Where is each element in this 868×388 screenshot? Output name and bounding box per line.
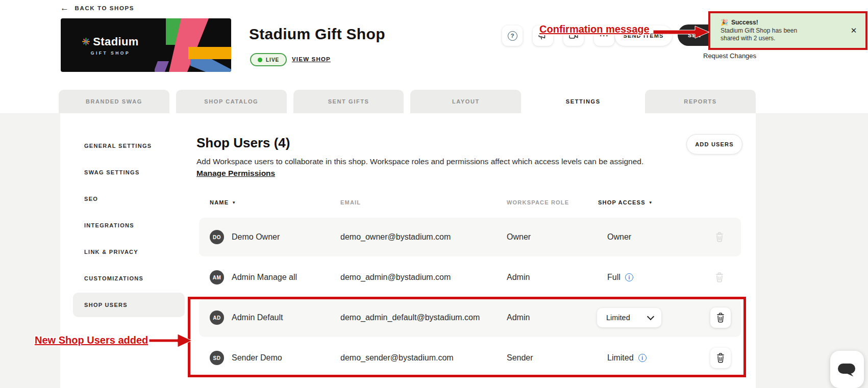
stadium-asterisk-icon: [82, 38, 90, 45]
user-name: Admin Manage all: [232, 258, 297, 297]
shop-access: Owner: [607, 218, 631, 256]
toast-message-line2: shared with 2 users.: [721, 35, 846, 42]
shop-settings-page: ← BACK TO SHOPS Stadium GIFT SHOP Stad: [0, 0, 868, 388]
column-header-name[interactable]: NAME ▼: [210, 199, 236, 205]
page-title: Stadium Gift Shop: [249, 25, 385, 43]
logo-brand-text: Stadium: [93, 35, 139, 48]
workspace-role: Owner: [507, 218, 531, 256]
tab-sent-gifts[interactable]: SENT GIFTS: [293, 90, 404, 113]
back-to-shops-label: BACK TO SHOPS: [75, 5, 134, 11]
trash-icon-disabled: [715, 272, 724, 282]
sidebar-item-customizations[interactable]: CUSTOMIZATIONS: [73, 266, 185, 291]
help-icon: ?: [508, 31, 517, 41]
user-email: demo_owner@bystadium.com: [340, 218, 451, 256]
shop-tabs: BRANDED SWAG SHOP CATALOG SENT GIFTS LAY…: [59, 90, 756, 113]
sidebar-item-general-settings[interactable]: GENERAL SETTINGS: [73, 134, 185, 158]
user-email: demo_admin@bystadium.com: [340, 258, 451, 297]
live-label: LIVE: [266, 57, 279, 63]
party-popper-icon: 🎉: [721, 19, 728, 26]
chat-launcher-button[interactable]: [830, 351, 864, 388]
tab-layout[interactable]: LAYOUT: [410, 90, 521, 113]
toast-message-line1: Stadium Gift Shop has been: [721, 27, 846, 35]
trash-icon-disabled: [715, 232, 724, 242]
tab-branded-swag[interactable]: BRANDED SWAG: [59, 90, 169, 113]
table-row-demo-owner: DO Demo Owner demo_owner@bystadium.com O…: [199, 218, 741, 256]
annotation-new-users-label: New Shop Users added: [35, 334, 148, 346]
shop-logo-banner: Stadium GIFT SHOP: [61, 18, 231, 72]
tab-reports[interactable]: REPORTS: [645, 90, 756, 113]
avatar: DO: [210, 230, 224, 244]
annotation-confirmation-label: Confirmation message: [539, 23, 650, 35]
shop-access: Full: [607, 273, 621, 282]
annotation-box-new-users: [188, 297, 746, 377]
view-shop-link[interactable]: VIEW SHOP: [292, 56, 331, 62]
help-button[interactable]: ?: [502, 25, 523, 46]
sidebar-item-link-privacy[interactable]: LINK & PRIVACY: [73, 240, 185, 264]
workspace-role: Admin: [507, 258, 530, 297]
logo-stripes-graphic: [155, 18, 231, 72]
left-background-strip: [0, 113, 60, 388]
sidebar-item-seo[interactable]: SEO: [73, 187, 185, 211]
info-icon[interactable]: i: [625, 273, 633, 281]
logo-sub-text: GIFT SHOP: [91, 50, 130, 56]
chat-bubble-icon: [837, 362, 857, 378]
sidebar-item-shop-users[interactable]: SHOP USERS: [73, 293, 185, 317]
user-name: Demo Owner: [232, 218, 280, 256]
request-changes-link[interactable]: Request Changes: [703, 52, 756, 60]
back-to-shops-link[interactable]: ← BACK TO SHOPS: [60, 3, 134, 13]
tab-settings[interactable]: SETTINGS: [528, 90, 638, 113]
add-users-button[interactable]: ADD USERS: [686, 134, 742, 154]
toast-title: Success!: [731, 19, 758, 26]
avatar: AM: [210, 270, 224, 284]
column-header-workspace-role: WORKSPACE ROLE: [507, 199, 569, 205]
success-toast: 🎉 Success! Stadium Gift Shop has been sh…: [708, 11, 867, 50]
column-header-email: EMAIL: [340, 199, 361, 205]
sidebar-item-integrations[interactable]: INTEGRATIONS: [73, 213, 185, 238]
sort-icon: ▼: [649, 200, 653, 205]
live-status-badge: LIVE: [250, 53, 287, 66]
shop-users-heading: Shop Users (4): [196, 135, 290, 151]
live-dot-icon: [258, 58, 262, 62]
manage-permissions-link[interactable]: Manage Permissions: [196, 169, 275, 178]
column-header-shop-access[interactable]: SHOP ACCESS ▼: [598, 199, 653, 205]
annotation-arrow-to-rows: [149, 332, 193, 349]
shop-users-description: Add Workspace users to collaborate in th…: [196, 157, 643, 166]
annotation-arrow-to-toast: [653, 24, 710, 40]
toast-close-icon[interactable]: ✕: [846, 26, 861, 35]
back-arrow-icon: ←: [60, 3, 70, 13]
table-row-admin-manage-all: AM Admin Manage all demo_admin@bystadium…: [199, 258, 741, 297]
right-background-strip: [756, 113, 868, 388]
sort-icon: ▼: [232, 200, 236, 205]
sidebar-item-swag-settings[interactable]: SWAG SETTINGS: [73, 160, 185, 185]
tab-shop-catalog[interactable]: SHOP CATALOG: [176, 90, 287, 113]
